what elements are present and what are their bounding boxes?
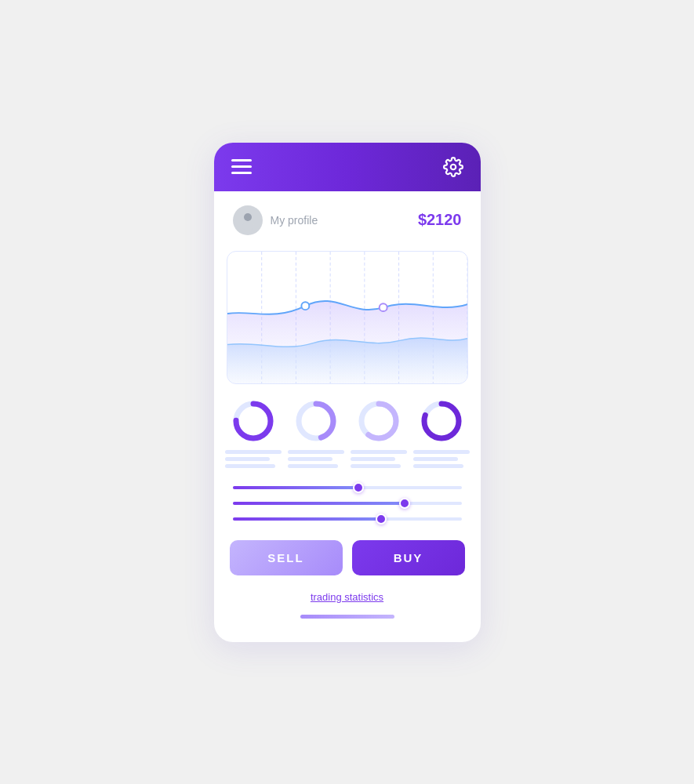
slider-row-3	[233, 517, 462, 521]
profile-name: My profile	[271, 214, 318, 227]
slider-thumb-1[interactable]	[353, 482, 364, 493]
donut-item-3	[351, 398, 407, 468]
stats-link-row: trading statistics	[214, 586, 481, 615]
slider-fill-2	[233, 502, 405, 505]
donut-lines-3	[351, 450, 407, 468]
slider-track-1	[233, 486, 462, 489]
slider-track-3	[233, 517, 462, 521]
action-buttons: SELL BUY	[214, 534, 481, 586]
balance-amount: $2120	[418, 211, 462, 229]
donut-line	[288, 464, 339, 468]
slider-row-1	[233, 485, 462, 490]
donut-line	[413, 450, 470, 454]
slider-track-2	[233, 502, 462, 505]
buy-button[interactable]: BUY	[352, 540, 465, 575]
slider-thumb-2[interactable]	[399, 498, 410, 509]
svg-point-0	[450, 164, 456, 169]
donut-line	[225, 457, 271, 461]
donuts-section	[214, 398, 481, 476]
avatar	[233, 205, 263, 235]
donut-line	[225, 450, 282, 454]
profile-row: My profile $2120	[214, 191, 481, 245]
donut-line	[413, 457, 459, 461]
donut-lines-2	[288, 450, 344, 468]
svg-point-11	[379, 303, 387, 311]
svg-point-10	[301, 302, 309, 310]
bottom-nav-bar	[300, 615, 394, 619]
slider-fill-1	[233, 486, 359, 489]
donut-item-1	[225, 398, 282, 468]
donut-line	[351, 464, 402, 468]
trading-statistics-link[interactable]: trading statistics	[311, 591, 383, 603]
donut-line	[351, 450, 407, 454]
donut-line	[351, 457, 396, 461]
slider-row-2	[233, 501, 462, 506]
phone-mockup: My profile $2120	[214, 143, 481, 642]
donut-chart-1	[231, 398, 276, 444]
donut-line	[288, 450, 344, 454]
donut-item-2	[288, 398, 344, 468]
slider-thumb-3[interactable]	[376, 514, 387, 524]
donut-item-4	[413, 398, 470, 468]
menu-icon[interactable]	[231, 159, 252, 174]
donut-lines-4	[413, 450, 470, 468]
donut-chart-4	[419, 398, 464, 444]
donut-line	[225, 464, 276, 468]
sell-button[interactable]: SELL	[230, 540, 343, 575]
svg-point-2	[242, 223, 254, 230]
settings-icon[interactable]	[443, 157, 463, 177]
wave-chart	[227, 251, 468, 384]
profile-left: My profile	[233, 205, 318, 235]
svg-point-1	[244, 213, 252, 221]
donut-line	[413, 464, 464, 468]
slider-fill-3	[233, 517, 382, 521]
app-header	[214, 143, 481, 191]
donut-chart-2	[293, 398, 339, 444]
donut-lines-1	[225, 450, 282, 468]
donut-line	[288, 457, 333, 461]
sliders-section	[214, 476, 481, 534]
donut-chart-3	[356, 398, 402, 444]
